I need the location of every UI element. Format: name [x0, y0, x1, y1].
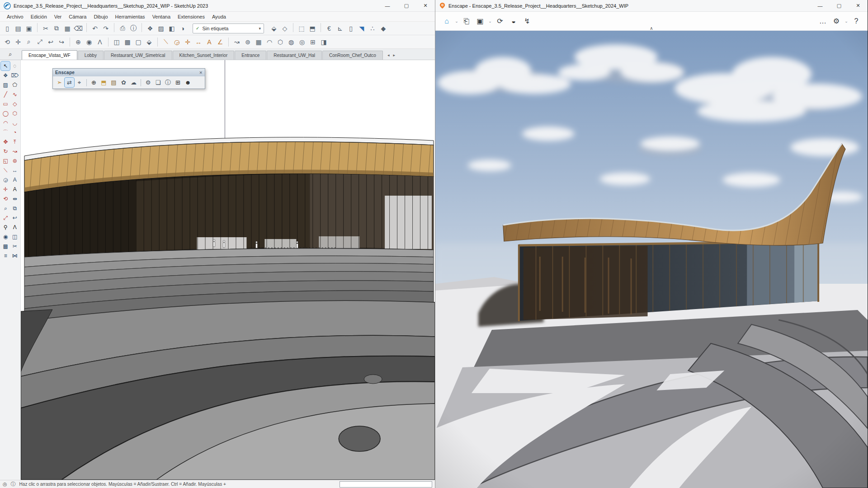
zoom-tool[interactable]: ⌕ — [1, 204, 10, 213]
two-point-arc-tool[interactable]: ◡ — [10, 118, 19, 127]
warehouse-icon[interactable]: ◆ — [378, 23, 389, 34]
home-view-caret[interactable]: ⌄ — [453, 14, 460, 28]
previous-view-tool[interactable]: ↩ — [10, 213, 19, 222]
menu-item[interactable]: Herramientas — [112, 13, 148, 20]
flip-tool[interactable]: ⋈ — [10, 251, 19, 260]
tape-measure-tool[interactable]: ⟍ — [1, 166, 10, 175]
position-camera-icon[interactable]: ⊕ — [73, 37, 84, 47]
axes-tool-icon[interactable]: ✛ — [182, 37, 193, 47]
offset-tool[interactable]: ⊚ — [10, 156, 19, 165]
menu-item[interactable]: Cámara — [66, 13, 90, 20]
follow-me-tool[interactable]: ↝ — [10, 147, 19, 156]
walk-tool[interactable]: Λ — [10, 223, 19, 232]
three-point-arc-tool[interactable]: ⌒ — [1, 128, 10, 137]
threed-text-tool[interactable]: A — [10, 185, 19, 194]
open-file-icon[interactable]: ▤ — [13, 23, 24, 34]
paint-bucket-icon[interactable]: ▨ — [156, 23, 166, 34]
video-render-button[interactable]: ↯ — [520, 14, 534, 28]
live-updates-button[interactable]: ⇄ — [65, 78, 74, 87]
orbit-icon[interactable]: ⟲ — [2, 37, 13, 47]
tab-restaurant-uw-hal[interactable]: Restaurant_UW_Hal — [267, 51, 322, 60]
maximize-button[interactable]: ▢ — [397, 0, 416, 11]
sketchup-titlebar[interactable]: Enscape_3.5_Release_Project__Headquarter… — [0, 0, 435, 12]
copy-icon[interactable]: ⧉ — [51, 23, 62, 34]
look-around-icon[interactable]: ◉ — [84, 37, 94, 47]
feedback-button[interactable]: ❏ — [153, 78, 163, 87]
material-editor-button[interactable]: ▤ — [109, 78, 118, 87]
settings-button[interactable]: ⚙ — [830, 14, 843, 28]
next-view-icon[interactable]: ↪ — [56, 37, 67, 47]
solid-subtract-icon[interactable]: ◎ — [297, 37, 307, 47]
screenshot-caret[interactable]: ⌄ — [487, 14, 493, 28]
shaded-view-icon[interactable]: ⬙ — [269, 23, 279, 34]
tape-measure-icon[interactable]: ⟍ — [160, 37, 171, 47]
arc-tool[interactable]: ◠ — [1, 118, 10, 127]
erase-icon[interactable]: ⌫ — [73, 23, 84, 34]
section-plane-icon[interactable]: ◫ — [111, 37, 122, 47]
split-tool[interactable]: ✂ — [10, 242, 19, 251]
dimension-icon[interactable]: ↔ — [193, 37, 204, 47]
save-icon[interactable]: ▣ — [24, 23, 34, 34]
undo-icon[interactable]: ↶ — [90, 23, 100, 34]
eraser-tool[interactable]: ⌦ — [10, 71, 19, 80]
scale-tool[interactable]: ◱ — [1, 156, 10, 165]
make-component-icon[interactable]: ❖ — [145, 23, 156, 34]
about-button[interactable]: ⓘ — [163, 78, 173, 87]
circle-tool[interactable]: ◯ — [1, 109, 10, 118]
enscape-titlebar[interactable]: Enscape - Enscape_3.5_Release_Project__H… — [435, 0, 868, 12]
follow-me-icon[interactable]: ↝ — [231, 37, 242, 47]
position-camera-tool[interactable]: ⚲ — [1, 223, 10, 232]
iso-view-icon[interactable]: ⬙ — [144, 37, 155, 47]
protractor-tool[interactable]: ◶ — [1, 175, 10, 184]
freehand-tool[interactable]: ∿ — [10, 90, 19, 99]
tab-entrance[interactable]: Entrance — [235, 51, 266, 60]
menu-item[interactable]: Dibujo — [90, 13, 111, 20]
paint-tool[interactable]: ▨ — [1, 80, 10, 89]
move-tool[interactable]: ✥ — [1, 137, 10, 146]
zoom-extents-icon[interactable]: ⤢ — [34, 37, 45, 47]
paste-icon[interactable]: ▦ — [62, 23, 73, 34]
polygon-tool[interactable]: ⬡ — [10, 109, 19, 118]
redo-icon[interactable]: ↷ — [100, 23, 111, 34]
sketchup-viewport[interactable]: Enscape ✕ ➣⇄⌖⊕⬒▤✿☁⚙❏ⓘ⊞☻ — [21, 60, 435, 480]
select-tool[interactable]: ↖ — [1, 61, 10, 70]
account-button[interactable]: ☻ — [183, 78, 193, 87]
help-info-icon[interactable]: ⓘ — [11, 481, 16, 488]
menu-item[interactable]: Edición — [28, 13, 50, 20]
tab-scroll-right-button[interactable]: ▸ — [392, 53, 396, 57]
model-info-icon[interactable]: ⓘ — [128, 23, 139, 34]
synchronize-views-button[interactable]: ⌖ — [75, 78, 84, 87]
component-tool[interactable]: ❖ — [1, 71, 10, 80]
array-icon[interactable]: ▦ — [253, 37, 264, 47]
menu-item[interactable]: Ventana — [149, 13, 174, 20]
menu-item[interactable]: Extensiones — [175, 13, 208, 20]
measurements-input[interactable] — [340, 481, 432, 488]
enscape-render-viewport[interactable] — [435, 31, 868, 488]
menu-item[interactable]: Ayuda — [209, 13, 229, 20]
tab-kitchen-sunset-interior[interactable]: Kitchen_Sunset_Interior — [173, 51, 235, 60]
offset-icon[interactable]: ⊚ — [242, 37, 253, 47]
dimension-tool[interactable]: ↔ — [10, 166, 19, 175]
styles-icon[interactable]: ◧ — [166, 23, 177, 34]
shop-button[interactable]: ⊞ — [173, 78, 183, 87]
minimize-button[interactable]: — — [378, 0, 397, 11]
maximize-button[interactable]: ▢ — [830, 0, 849, 11]
zoom-window-tool[interactable]: ⧉ — [10, 204, 19, 213]
pie-tool[interactable]: ◔ — [10, 128, 19, 137]
settings-caret[interactable]: ⌄ — [843, 14, 849, 28]
text-icon[interactable]: A — [204, 37, 215, 47]
axes-icon[interactable]: ⊾ — [335, 23, 345, 34]
close-button[interactable]: ✕ — [849, 0, 868, 11]
soften-edges-icon[interactable]: ◠ — [264, 37, 275, 47]
print-icon[interactable]: ⎙ — [117, 23, 128, 34]
angle-icon[interactable]: ∠ — [215, 37, 226, 47]
menu-item[interactable]: Ver — [51, 13, 65, 20]
pan-tool[interactable]: ⇹ — [10, 194, 19, 203]
vr-headset-button[interactable]: ◒ — [507, 14, 520, 28]
section-display-icon[interactable]: ▢ — [133, 37, 144, 47]
rotated-rectangle-tool[interactable]: ◇ — [10, 99, 19, 108]
look-around-tool[interactable]: ◉ — [1, 232, 10, 241]
line-tool[interactable]: ╱ — [1, 90, 10, 99]
tab-restaurant-uw-simetrical[interactable]: Restaurant_UW_Simetrical — [104, 51, 172, 60]
section-fill-icon[interactable]: ▩ — [122, 37, 133, 47]
